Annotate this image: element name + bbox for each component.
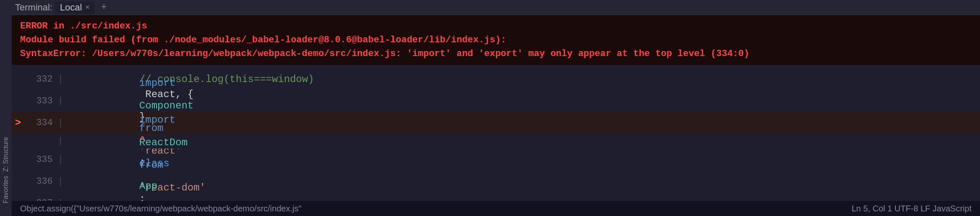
favorites-label: Favorites [2,176,10,203]
error-section: ERROR in ./src/index.js Module build fai… [12,15,980,65]
error-line-3: SyntaxError: /Users/w770s/learning/webpa… [20,47,972,61]
sep-333: | [58,96,59,106]
kw-app-337: App [139,180,157,192]
bottom-left-text: Object.assign({"Users/w770s/learning/web… [20,204,301,213]
error-line-2: Module build failed (from ./node_modules… [20,33,972,47]
terminal-label: Terminal: [15,2,52,13]
code-section: 332 | // console.log(this===window) 333 … [12,65,980,201]
code-content-337: class App extends Component { [67,147,980,201]
sep-335: | [58,154,59,165]
local-tab[interactable]: Local × [55,1,95,14]
line-num-333: 333 [24,96,58,106]
text-337-1 [139,169,145,180]
line-num-335: 335 [24,154,58,165]
line-num-332: 332 [24,74,58,85]
line-num-337: 337 [24,198,58,201]
tab-close-icon[interactable]: × [85,3,90,12]
error-line-1: ERROR in ./src/index.js [20,19,972,33]
code-lines: 332 | // console.log(this===window) 333 … [12,65,980,201]
structure-label: Z: Structure [2,137,10,172]
kw-import-335: import [139,114,175,126]
code-row-337: 337 | class App extends Component { [12,192,980,201]
line-num-334: 334 [24,118,58,128]
text-335-1 [139,126,145,137]
kw-class-337: class [139,158,169,169]
bottom-bar: Object.assign({"Users/w770s/learning/web… [12,201,980,216]
sep-332: | [58,74,59,85]
sep-334: | [58,118,59,128]
tab-bar: Terminal: Local × + [12,0,980,15]
text-334-1: React, { [139,89,194,100]
left-sidebar: Z: Structure Favorites [0,0,12,216]
text-337-2 [139,192,145,201]
bottom-right-text: Ln 5, Col 1 UTF-8 LF JavaScript [852,204,972,213]
line-num-336: 336 [24,176,58,187]
sep-caret: | [58,136,59,147]
add-tab-button[interactable]: + [98,2,110,13]
kw-import-334: import [139,77,175,89]
sep-336: | [58,176,59,187]
tab-name: Local [60,2,82,13]
terminal-container: Z: Structure Favorites Terminal: Local ×… [0,0,980,216]
sep-337: | [58,198,59,201]
arrow-334: > [12,117,24,129]
